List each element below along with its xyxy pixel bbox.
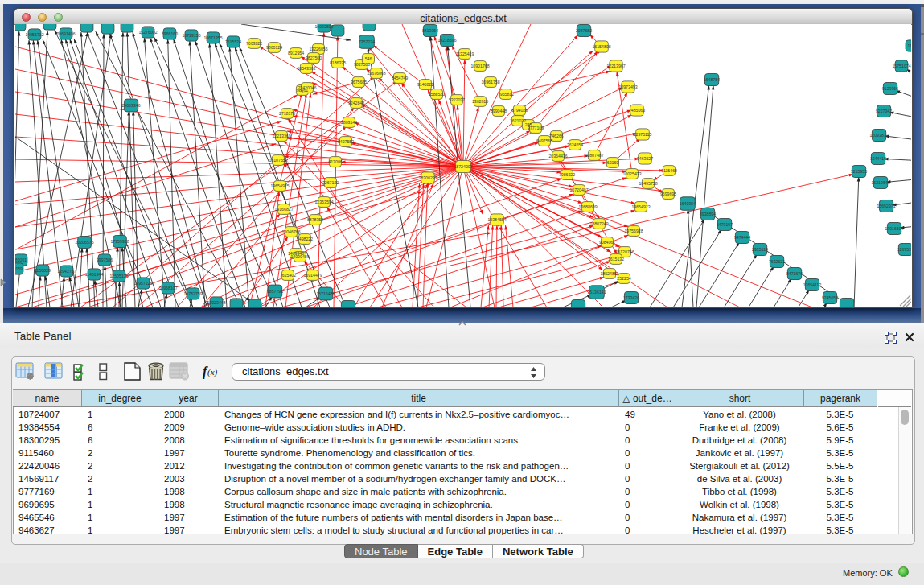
svg-text:18724007: 18724007: [454, 164, 472, 169]
svg-text:20691406: 20691406: [56, 31, 75, 36]
svg-text:16120746: 16120746: [615, 249, 634, 254]
svg-text:12942757: 12942757: [57, 269, 76, 274]
svg-text:15692971: 15692971: [877, 204, 895, 208]
svg-text:85061: 85061: [15, 257, 27, 262]
svg-text:7485063: 7485063: [629, 108, 645, 113]
svg-text:1167531: 1167531: [897, 247, 911, 252]
svg-text:9242848: 9242848: [348, 101, 364, 105]
svg-text:16961758: 16961758: [481, 80, 499, 84]
svg-text:16543362: 16543362: [297, 66, 315, 71]
svg-text:9997586: 9997586: [97, 257, 113, 262]
svg-text:12505135: 12505135: [109, 274, 128, 278]
svg-text:15716485: 15716485: [316, 291, 335, 296]
svg-text:2087682: 2087682: [576, 28, 592, 33]
svg-text:16495758: 16495758: [639, 181, 657, 186]
svg-text:19384554: 19384554: [487, 217, 506, 222]
svg-text:7515524: 7515524: [225, 39, 241, 44]
svg-text:1588520: 1588520: [429, 92, 445, 97]
svg-text:10973493: 10973493: [618, 84, 637, 89]
svg-text:3267130: 3267130: [322, 180, 339, 185]
svg-text:12975115: 12975115: [634, 132, 652, 137]
svg-text:15136141: 15136141: [587, 290, 606, 295]
svg-text:9827500: 9827500: [306, 56, 322, 60]
svg-text:16210643: 16210643: [871, 180, 889, 185]
svg-text:3624554: 3624554: [567, 142, 583, 147]
svg-text:10901768: 10901768: [470, 64, 489, 68]
svg-text:7955812: 7955812: [498, 92, 514, 97]
svg-text:16107553: 16107553: [269, 158, 287, 163]
svg-text:15720407: 15720407: [569, 187, 588, 192]
svg-text:3215955: 3215955: [851, 169, 867, 174]
svg-text:6794028: 6794028: [511, 108, 528, 113]
svg-text:1112: 1112: [908, 43, 911, 48]
svg-text:10719155: 10719155: [182, 33, 200, 38]
svg-text:6479197: 6479197: [717, 222, 733, 227]
svg-text:9227342: 9227342: [876, 109, 892, 113]
svg-text:29053346: 29053346: [121, 103, 140, 108]
svg-text:15276002: 15276002: [138, 30, 157, 35]
svg-text:7632621: 7632621: [769, 259, 785, 264]
svg-text:7663822: 7663822: [246, 41, 262, 46]
svg-text:9146821: 9146821: [417, 82, 433, 87]
svg-text:8878352: 8878352: [307, 217, 323, 222]
svg-text:9860124: 9860124: [266, 45, 282, 50]
svg-text:9699695: 9699695: [660, 192, 676, 196]
svg-text:546: 546: [365, 56, 372, 61]
svg-text:(x): (x): [207, 367, 218, 377]
svg-text:13226056: 13226056: [309, 47, 327, 51]
svg-text:19756928: 19756928: [624, 229, 643, 233]
svg-text:16154808: 16154808: [592, 44, 610, 49]
svg-text:1244419: 1244419: [870, 156, 886, 161]
svg-text:5498222: 5498222: [297, 237, 313, 241]
svg-text:99159: 99159: [15, 266, 23, 271]
svg-text:62160: 62160: [607, 160, 619, 165]
svg-text:1621022: 1621022: [510, 118, 526, 123]
svg-text:19654925: 19654925: [270, 183, 289, 188]
svg-text:14099489: 14099489: [290, 254, 309, 259]
svg-text:9129966: 9129966: [882, 86, 898, 91]
svg-text:15751074: 15751074: [892, 64, 910, 68]
svg-text:16782759: 16782759: [183, 291, 202, 296]
svg-text:9115460: 9115460: [661, 168, 677, 173]
svg-text:8990448: 8990448: [491, 109, 507, 113]
svg-text:3675685: 3675685: [351, 80, 367, 84]
svg-text:8813054: 8813054: [422, 28, 438, 33]
svg-text:12213967: 12213967: [606, 64, 625, 68]
svg-text:10671355: 10671355: [203, 35, 222, 40]
svg-text:12093873: 12093873: [869, 133, 888, 138]
svg-text:11451944: 11451944: [85, 272, 104, 277]
svg-text:2803144: 2803144: [341, 120, 357, 125]
svg-text:10654112: 10654112: [803, 282, 822, 287]
svg-text:20364436: 20364436: [548, 154, 567, 159]
svg-text:16914479: 16914479: [303, 273, 322, 278]
svg-text:252254: 252254: [617, 276, 630, 281]
svg-text:10807487: 10807487: [585, 153, 603, 158]
svg-text:20206576: 20206576: [75, 240, 93, 245]
svg-text:1648784: 1648784: [704, 77, 720, 82]
svg-text:19654923: 19654923: [631, 204, 650, 209]
svg-text:5322037: 5322037: [449, 97, 465, 102]
svg-text:17957225: 17957225: [133, 281, 152, 286]
svg-text:10688609: 10688609: [578, 204, 597, 209]
svg-text:14055712: 14055712: [25, 32, 43, 37]
svg-text:8938894: 8938894: [700, 212, 716, 216]
svg-text:8471676: 8471676: [786, 271, 803, 276]
svg-text:7357224: 7357224: [359, 39, 375, 44]
svg-text:11325419: 11325419: [456, 51, 474, 56]
svg-text:6497568: 6497568: [536, 138, 552, 143]
svg-text:9463627: 9463627: [637, 156, 653, 161]
svg-text:7625402: 7625402: [280, 273, 296, 278]
svg-text:1733426: 1733426: [623, 295, 639, 300]
svg-text:9857791: 9857791: [267, 289, 283, 294]
svg-text:18300295: 18300295: [418, 175, 437, 180]
svg-text:17016504: 17016504: [885, 226, 903, 231]
svg-text:8912954: 8912954: [288, 51, 304, 56]
svg-text:19218596: 19218596: [437, 38, 456, 43]
svg-text:10958107: 10958107: [158, 286, 177, 290]
svg-text:10046766: 10046766: [281, 229, 300, 234]
svg-text:417006: 417006: [328, 159, 342, 164]
svg-text:8186325: 8186325: [330, 60, 346, 65]
svg-text:9777169: 9777169: [528, 126, 544, 130]
svg-text:9474444: 9474444: [734, 235, 750, 240]
svg-text:19166827: 19166827: [274, 207, 293, 212]
